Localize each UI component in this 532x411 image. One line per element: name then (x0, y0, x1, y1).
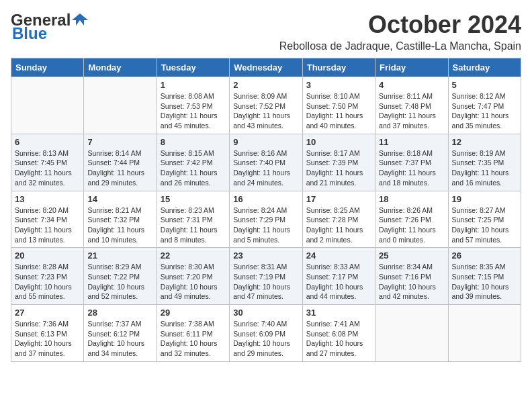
day-number: 10 (306, 137, 371, 147)
calendar-cell: 14Sunrise: 8:21 AM Sunset: 7:32 PM Dayli… (84, 191, 157, 248)
day-number: 4 (379, 80, 444, 90)
day-number: 16 (233, 194, 298, 204)
day-number: 22 (161, 250, 226, 261)
day-text: Sunrise: 8:30 AM Sunset: 7:20 PM Dayligh… (161, 262, 226, 302)
day-text: Sunrise: 8:20 AM Sunset: 7:34 PM Dayligh… (15, 205, 80, 245)
day-number: 29 (161, 308, 226, 318)
day-number: 12 (452, 137, 517, 147)
day-number: 26 (452, 250, 517, 261)
weekday-header-wednesday: Wednesday (230, 58, 302, 77)
location-subtitle: Rebollosa de Jadraque, Castille-La Manch… (279, 40, 521, 52)
day-text: Sunrise: 8:12 AM Sunset: 7:47 PM Dayligh… (452, 91, 517, 131)
day-text: Sunrise: 8:33 AM Sunset: 7:17 PM Dayligh… (306, 262, 371, 302)
day-number: 7 (87, 137, 152, 147)
weekday-header-tuesday: Tuesday (157, 58, 229, 77)
calendar-week-row: 1Sunrise: 8:08 AM Sunset: 7:53 PM Daylig… (11, 77, 521, 134)
day-number: 25 (379, 250, 444, 261)
calendar-cell: 29Sunrise: 7:38 AM Sunset: 6:11 PM Dayli… (157, 305, 229, 362)
weekday-header-monday: Monday (84, 58, 157, 77)
day-text: Sunrise: 7:40 AM Sunset: 6:09 PM Dayligh… (233, 319, 298, 359)
day-number: 2 (233, 80, 298, 90)
calendar-cell: 22Sunrise: 8:30 AM Sunset: 7:20 PM Dayli… (157, 248, 229, 305)
calendar-cell (375, 305, 448, 362)
day-number: 13 (15, 194, 80, 204)
day-number: 30 (233, 308, 298, 318)
logo-blue: Blue (12, 24, 47, 43)
calendar-cell: 19Sunrise: 8:27 AM Sunset: 7:25 PM Dayli… (448, 191, 521, 248)
day-number: 17 (306, 194, 371, 204)
day-number: 18 (379, 194, 444, 204)
day-text: Sunrise: 8:34 AM Sunset: 7:16 PM Dayligh… (379, 262, 444, 302)
day-text: Sunrise: 7:37 AM Sunset: 6:12 PM Dayligh… (87, 319, 152, 359)
calendar-cell: 13Sunrise: 8:20 AM Sunset: 7:34 PM Dayli… (11, 191, 84, 248)
calendar-week-row: 20Sunrise: 8:28 AM Sunset: 7:23 PM Dayli… (11, 248, 521, 305)
calendar-week-row: 27Sunrise: 7:36 AM Sunset: 6:13 PM Dayli… (11, 305, 521, 362)
calendar-cell: 2Sunrise: 8:09 AM Sunset: 7:52 PM Daylig… (230, 77, 302, 134)
day-number: 19 (452, 194, 517, 204)
calendar-cell: 25Sunrise: 8:34 AM Sunset: 7:16 PM Dayli… (375, 248, 448, 305)
calendar-table: SundayMondayTuesdayWednesdayThursdayFrid… (11, 58, 521, 362)
calendar-cell: 11Sunrise: 8:18 AM Sunset: 7:37 PM Dayli… (375, 134, 448, 191)
calendar-cell: 15Sunrise: 8:23 AM Sunset: 7:31 PM Dayli… (157, 191, 229, 248)
day-text: Sunrise: 8:10 AM Sunset: 7:50 PM Dayligh… (306, 91, 371, 131)
day-text: Sunrise: 8:13 AM Sunset: 7:45 PM Dayligh… (15, 148, 80, 188)
calendar-cell: 31Sunrise: 7:41 AM Sunset: 6:08 PM Dayli… (302, 305, 375, 362)
calendar-cell: 21Sunrise: 8:29 AM Sunset: 7:22 PM Dayli… (84, 248, 157, 305)
day-number: 5 (452, 80, 517, 90)
day-text: Sunrise: 8:15 AM Sunset: 7:42 PM Dayligh… (161, 148, 226, 188)
calendar-cell: 26Sunrise: 8:35 AM Sunset: 7:15 PM Dayli… (448, 248, 521, 305)
month-title: October 2024 (279, 11, 521, 39)
calendar-cell: 6Sunrise: 8:13 AM Sunset: 7:45 PM Daylig… (11, 134, 84, 191)
day-text: Sunrise: 8:11 AM Sunset: 7:48 PM Dayligh… (379, 91, 444, 131)
day-text: Sunrise: 8:23 AM Sunset: 7:31 PM Dayligh… (161, 205, 226, 245)
calendar-cell: 5Sunrise: 8:12 AM Sunset: 7:47 PM Daylig… (448, 77, 521, 134)
calendar-cell: 24Sunrise: 8:33 AM Sunset: 7:17 PM Dayli… (302, 248, 375, 305)
calendar-cell: 8Sunrise: 8:15 AM Sunset: 7:42 PM Daylig… (157, 134, 229, 191)
calendar-cell: 4Sunrise: 8:11 AM Sunset: 7:48 PM Daylig… (375, 77, 448, 134)
calendar-cell: 7Sunrise: 8:14 AM Sunset: 7:44 PM Daylig… (84, 134, 157, 191)
day-text: Sunrise: 8:25 AM Sunset: 7:28 PM Dayligh… (306, 205, 371, 245)
day-text: Sunrise: 8:19 AM Sunset: 7:35 PM Dayligh… (452, 148, 517, 188)
day-text: Sunrise: 8:08 AM Sunset: 7:53 PM Dayligh… (161, 91, 226, 131)
day-number: 3 (306, 80, 371, 90)
title-block: October 2024 Rebollosa de Jadraque, Cast… (279, 11, 521, 52)
day-number: 1 (161, 80, 226, 90)
calendar-cell: 23Sunrise: 8:31 AM Sunset: 7:19 PM Dayli… (230, 248, 302, 305)
logo-bird-icon (71, 11, 89, 30)
day-number: 21 (87, 250, 152, 261)
calendar-cell: 16Sunrise: 8:24 AM Sunset: 7:29 PM Dayli… (230, 191, 302, 248)
day-number: 28 (87, 308, 152, 318)
weekday-header-sunday: Sunday (11, 58, 84, 77)
day-number: 6 (15, 137, 80, 147)
day-text: Sunrise: 8:24 AM Sunset: 7:29 PM Dayligh… (233, 205, 298, 245)
calendar-cell: 28Sunrise: 7:37 AM Sunset: 6:12 PM Dayli… (84, 305, 157, 362)
calendar-cell: 1Sunrise: 8:08 AM Sunset: 7:53 PM Daylig… (157, 77, 229, 134)
day-text: Sunrise: 7:36 AM Sunset: 6:13 PM Dayligh… (15, 319, 80, 359)
day-text: Sunrise: 8:17 AM Sunset: 7:39 PM Dayligh… (306, 148, 371, 188)
day-number: 8 (161, 137, 226, 147)
day-number: 15 (161, 194, 226, 204)
calendar-cell: 30Sunrise: 7:40 AM Sunset: 6:09 PM Dayli… (230, 305, 302, 362)
calendar-cell: 18Sunrise: 8:26 AM Sunset: 7:26 PM Dayli… (375, 191, 448, 248)
day-number: 11 (379, 137, 444, 147)
calendar-week-row: 6Sunrise: 8:13 AM Sunset: 7:45 PM Daylig… (11, 134, 521, 191)
day-number: 9 (233, 137, 298, 147)
day-text: Sunrise: 8:27 AM Sunset: 7:25 PM Dayligh… (452, 205, 517, 245)
calendar-cell: 9Sunrise: 8:16 AM Sunset: 7:40 PM Daylig… (230, 134, 302, 191)
svg-marker-0 (72, 13, 88, 26)
day-text: Sunrise: 8:09 AM Sunset: 7:52 PM Dayligh… (233, 91, 298, 131)
day-text: Sunrise: 8:14 AM Sunset: 7:44 PM Dayligh… (87, 148, 152, 188)
weekday-header-thursday: Thursday (302, 58, 375, 77)
calendar-cell (84, 77, 157, 134)
day-text: Sunrise: 8:16 AM Sunset: 7:40 PM Dayligh… (233, 148, 298, 188)
day-number: 20 (15, 250, 80, 261)
day-number: 31 (306, 308, 371, 318)
day-text: Sunrise: 8:29 AM Sunset: 7:22 PM Dayligh… (87, 262, 152, 302)
day-number: 24 (306, 250, 371, 261)
day-text: Sunrise: 8:21 AM Sunset: 7:32 PM Dayligh… (87, 205, 152, 245)
weekday-header-friday: Friday (375, 58, 448, 77)
weekday-header-saturday: Saturday (448, 58, 521, 77)
day-text: Sunrise: 7:38 AM Sunset: 6:11 PM Dayligh… (161, 319, 226, 359)
calendar-cell: 3Sunrise: 8:10 AM Sunset: 7:50 PM Daylig… (302, 77, 375, 134)
calendar-cell: 12Sunrise: 8:19 AM Sunset: 7:35 PM Dayli… (448, 134, 521, 191)
